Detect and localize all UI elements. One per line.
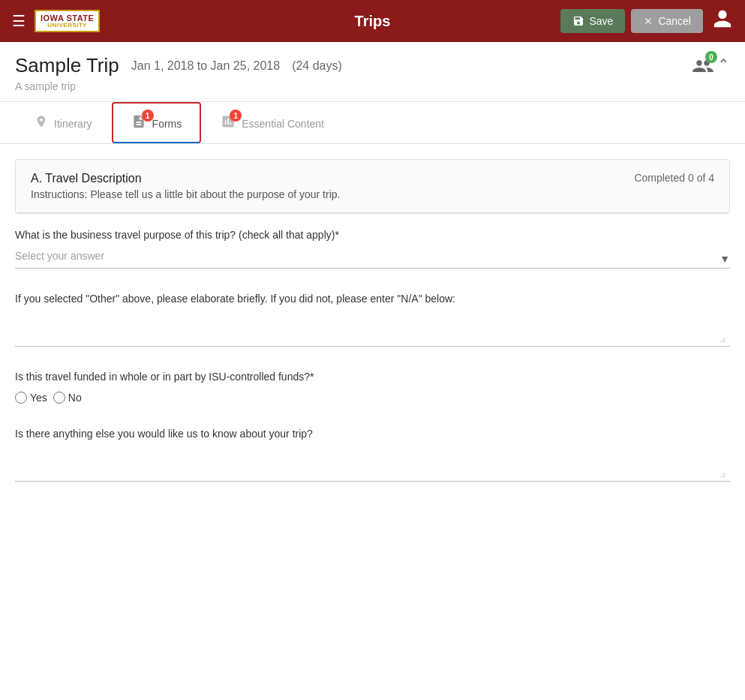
collapse-icon[interactable]: ⌃: [717, 56, 730, 74]
q3-yes-option[interactable]: Yes: [15, 392, 47, 404]
save-button[interactable]: Save: [560, 9, 625, 33]
q3-yes-label: Yes: [30, 392, 47, 404]
participants-badge[interactable]: 0: [692, 54, 714, 74]
tab-itinerary[interactable]: Itinerary: [15, 102, 112, 143]
app-header: ☰ IOWA STATE UNIVERSITY Trips Save Cance…: [0, 0, 745, 42]
page-title: Trips: [355, 13, 391, 30]
user-profile-button[interactable]: [712, 8, 733, 34]
cancel-button[interactable]: Cancel: [631, 9, 703, 33]
forms-tab-badge: 1: [142, 110, 154, 122]
q2-label: If you selected "Other" above, please el…: [15, 293, 730, 305]
form-field-q2: If you selected "Other" above, please el…: [15, 293, 730, 347]
section-a-instructions: Instructions: Please tell us a little bi…: [31, 188, 340, 200]
save-label: Save: [589, 15, 613, 27]
trip-dates: Jan 1, 2018 to Jan 25, 2018: [131, 59, 280, 73]
logo: IOWA STATE UNIVERSITY: [35, 10, 100, 33]
trip-title-row: Sample Trip Jan 1, 2018 to Jan 25, 2018 …: [15, 54, 342, 77]
q1-select-wrapper: Select your answer ▼: [15, 250, 730, 269]
logo-text-iowa: IOWA STATE: [41, 14, 94, 23]
essential-tab-label: Essential Content: [242, 118, 324, 130]
menu-icon[interactable]: ☰: [12, 12, 26, 30]
cancel-label: Cancel: [658, 15, 691, 27]
section-a: A. Travel Description Instructions: Plea…: [15, 159, 730, 214]
instructions-text: Please tell us a little bit about the pu…: [90, 188, 340, 200]
trip-info: Sample Trip Jan 1, 2018 to Jan 25, 2018 …: [15, 54, 342, 92]
q4-textarea[interactable]: [15, 449, 730, 479]
q3-no-option[interactable]: No: [53, 392, 82, 404]
q3-radio-group: Yes No: [15, 392, 730, 404]
cancel-icon: [643, 16, 653, 26]
q3-no-radio[interactable]: [53, 392, 65, 404]
trip-subtitle: A sample trip: [15, 80, 342, 92]
resize-handle-icon: ⊿: [719, 335, 728, 344]
itinerary-tab-label: Itinerary: [54, 118, 92, 130]
q2-textarea[interactable]: [15, 314, 730, 344]
section-a-info: A. Travel Description Instructions: Plea…: [31, 172, 340, 200]
q1-label: What is the business travel purpose of t…: [15, 229, 730, 241]
tab-forms[interactable]: 1 Forms: [112, 102, 202, 143]
section-a-progress: Completed 0 of 4: [634, 172, 714, 184]
page-content: Sample Trip Jan 1, 2018 to Jan 25, 2018 …: [0, 42, 745, 700]
form-field-q4: Is there anything else you would like us…: [15, 428, 730, 482]
tab-active-underline: [113, 142, 200, 143]
form-content: A. Travel Description Instructions: Plea…: [0, 144, 745, 521]
header-actions: Save Cancel: [560, 8, 733, 34]
forms-tab-label: Forms: [152, 118, 182, 130]
resize-handle-q4-icon: ⊿: [719, 470, 728, 479]
essential-tab-badge: 1: [230, 110, 242, 122]
q3-no-label: No: [68, 392, 82, 404]
q2-textarea-wrapper: ⊿: [15, 314, 730, 347]
q1-select[interactable]: Select your answer: [15, 250, 730, 262]
logo-box: IOWA STATE UNIVERSITY: [35, 10, 100, 33]
instructions-label: Instructions:: [31, 188, 87, 200]
section-a-header: A. Travel Description Instructions: Plea…: [16, 160, 729, 213]
section-a-title: A. Travel Description: [31, 172, 340, 185]
trip-header-right: 0 ⌃: [692, 54, 730, 74]
q3-label: Is this travel funded in whole or in par…: [15, 371, 730, 383]
logo-text-university: UNIVERSITY: [47, 23, 87, 29]
tabs-container: Itinerary 1 Forms 1 Essential Content: [0, 102, 745, 144]
form-field-q1: What is the business travel purpose of t…: [15, 229, 730, 269]
tab-essential-content[interactable]: 1 Essential Content: [201, 102, 344, 143]
form-field-q3: Is this travel funded in whole or in par…: [15, 371, 730, 404]
trip-header: Sample Trip Jan 1, 2018 to Jan 25, 2018 …: [0, 42, 745, 102]
q4-textarea-wrapper: ⊿: [15, 449, 730, 482]
save-icon: [572, 15, 584, 27]
trip-title: Sample Trip: [15, 54, 119, 77]
trip-days: (24 days): [292, 59, 342, 73]
q4-label: Is there anything else you would like us…: [15, 428, 730, 440]
participant-count: 0: [705, 51, 717, 63]
itinerary-tab-icon: [35, 115, 48, 132]
q3-yes-radio[interactable]: [15, 392, 27, 404]
